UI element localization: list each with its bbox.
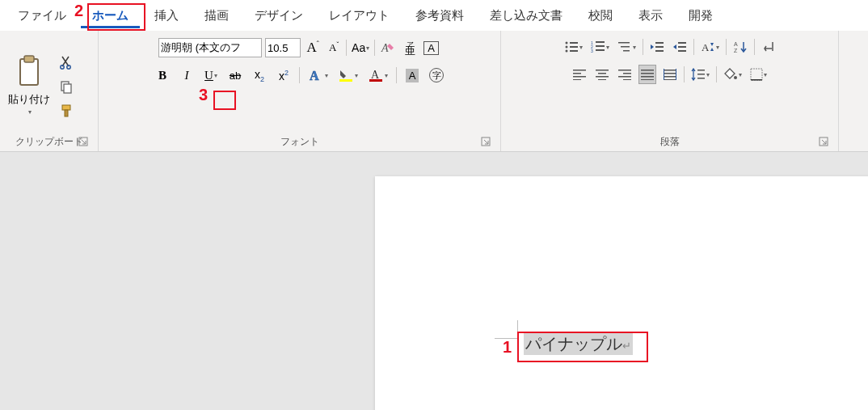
clear-formatting-button[interactable]: A (378, 38, 398, 57)
svg-point-2 (61, 65, 64, 68)
svg-rect-24 (596, 45, 605, 47)
svg-rect-39 (573, 70, 586, 71)
svg-rect-31 (655, 46, 664, 48)
group-label-paragraph: 段落 (660, 133, 680, 150)
svg-rect-41 (573, 76, 586, 78)
group-overflow (839, 31, 868, 151)
align-center-button[interactable] (593, 65, 611, 84)
enclose-characters-button[interactable]: 字 (428, 66, 445, 85)
shading-button[interactable]: ▾ (722, 65, 744, 84)
increase-indent-button[interactable] (671, 37, 689, 57)
svg-rect-63 (697, 78, 705, 79)
change-case-button[interactable]: Aa▾ (350, 38, 371, 57)
svg-rect-57 (664, 76, 676, 78)
group-label-font: フォント (280, 133, 319, 150)
show-marks-button[interactable] (760, 37, 777, 57)
svg-rect-0 (20, 59, 38, 85)
svg-text:A: A (310, 69, 319, 82)
paragraph-dialog-launcher[interactable] (819, 137, 830, 148)
italic-button[interactable]: I (178, 66, 196, 85)
svg-rect-34 (678, 46, 686, 48)
tab-review[interactable]: 校閲 (577, 3, 624, 28)
font-size-combo[interactable] (265, 38, 301, 57)
numbering-button[interactable]: 123▾ (589, 37, 611, 57)
svg-rect-46 (598, 79, 606, 80)
svg-rect-47 (618, 70, 631, 71)
svg-rect-45 (596, 76, 609, 78)
svg-rect-52 (641, 73, 654, 74)
document-area: パイナップル↵ (0, 152, 868, 410)
tab-draw[interactable]: 描画 (193, 3, 240, 28)
svg-rect-53 (641, 76, 654, 78)
highlight-button[interactable]: ▾ (336, 66, 360, 85)
font-dialog-launcher[interactable] (481, 137, 492, 148)
svg-rect-42 (573, 79, 581, 80)
align-right-button[interactable] (616, 65, 634, 84)
decrease-indent-button[interactable] (648, 37, 666, 57)
svg-rect-30 (655, 42, 664, 44)
svg-rect-7 (65, 110, 68, 116)
underline-button[interactable]: U▾ (202, 66, 220, 85)
svg-rect-26 (596, 49, 605, 51)
tab-file[interactable]: ファイル (6, 3, 78, 28)
phonetic-guide-button[interactable]: ア亜 (401, 38, 419, 57)
sort-button[interactable]: AZ (731, 37, 749, 57)
group-label-clipboard: クリップボード (15, 133, 83, 150)
cut-button[interactable] (57, 53, 76, 72)
tab-developer[interactable]: 開発 (677, 3, 724, 28)
group-clipboard: 貼り付け ▾ クリップボード (0, 31, 99, 151)
svg-rect-56 (664, 73, 676, 74)
svg-rect-27 (618, 42, 630, 44)
distribute-button[interactable] (661, 65, 679, 84)
subscript-button[interactable]: x2 (251, 66, 268, 85)
font-name-combo[interactable] (158, 38, 262, 57)
svg-rect-49 (618, 76, 631, 78)
tab-layout[interactable]: レイアウト (318, 3, 401, 28)
svg-rect-22 (596, 41, 605, 43)
svg-text:2: 2 (591, 44, 593, 49)
svg-rect-6 (62, 105, 70, 110)
superscript-button[interactable]: x2 (275, 66, 293, 85)
tab-references[interactable]: 参考資料 (404, 3, 475, 28)
paste-button[interactable]: 貼り付け ▾ (6, 53, 52, 117)
tab-insert[interactable]: 挿入 (143, 3, 190, 28)
font-color-button[interactable]: A▾ (366, 66, 390, 85)
paste-label: 貼り付け (8, 92, 50, 107)
tab-home[interactable]: ホーム (81, 3, 140, 28)
line-spacing-button[interactable]: ▾ (689, 65, 711, 84)
clipboard-dialog-launcher[interactable] (78, 137, 90, 148)
justify-button[interactable] (638, 65, 656, 84)
clipboard-icon (15, 54, 43, 91)
tab-view[interactable]: 表示 (627, 3, 674, 28)
svg-point-3 (67, 65, 70, 68)
svg-rect-32 (655, 50, 664, 52)
selected-text[interactable]: パイナップル↵ (524, 333, 633, 355)
svg-point-15 (565, 42, 567, 44)
shrink-font-button[interactable]: Aˇ (325, 38, 343, 57)
tab-design[interactable]: デザイン (243, 3, 314, 28)
tab-mailings[interactable]: 差し込み文書 (478, 3, 574, 28)
grow-font-button[interactable]: Aˆ (304, 38, 322, 57)
svg-rect-43 (596, 70, 609, 71)
asian-layout-button[interactable]: A▾ (699, 37, 721, 57)
svg-rect-66 (751, 79, 762, 81)
text-effects-button[interactable]: A▾ (306, 66, 330, 85)
multilevel-list-button[interactable]: ▾ (616, 37, 638, 57)
copy-button[interactable] (57, 77, 76, 96)
svg-rect-18 (570, 46, 578, 48)
borders-button[interactable]: ▾ (748, 65, 769, 84)
bold-button[interactable]: B (154, 66, 171, 85)
strikethrough-button[interactable]: ab (226, 66, 244, 85)
document-page[interactable] (375, 176, 868, 410)
format-painter-button[interactable] (57, 101, 76, 120)
group-paragraph: ▾ 123▾ ▾ A▾ AZ ▾ (501, 31, 839, 151)
svg-rect-50 (623, 79, 631, 80)
character-border-button[interactable]: A (422, 38, 440, 57)
svg-rect-55 (664, 70, 676, 71)
bullets-button[interactable]: ▾ (563, 37, 584, 57)
svg-rect-65 (751, 69, 762, 80)
character-shading-button[interactable]: A (403, 66, 421, 85)
align-left-button[interactable] (571, 65, 588, 84)
svg-rect-28 (621, 46, 630, 48)
svg-rect-5 (64, 84, 71, 93)
